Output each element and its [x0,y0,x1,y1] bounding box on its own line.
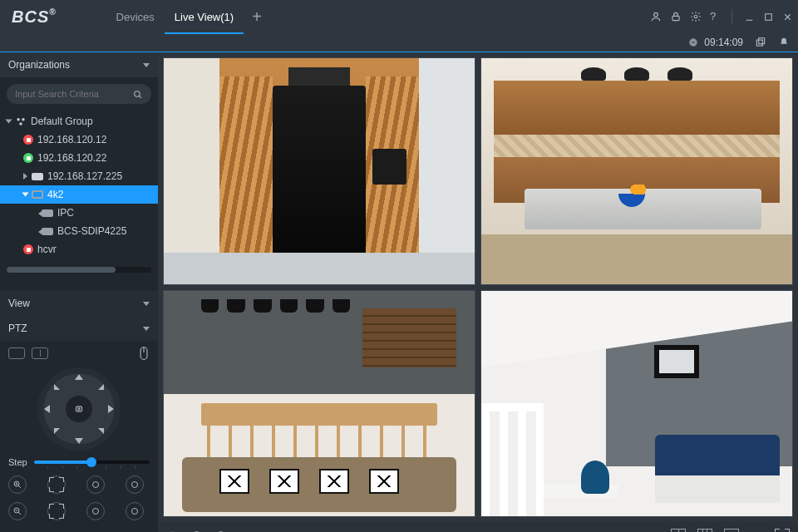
aux-b-button[interactable] [126,502,144,520]
tab-add-button[interactable]: + [244,7,270,27]
svg-rect-9 [756,40,762,46]
lock-icon[interactable] [670,11,682,22]
svg-line-21 [18,485,21,488]
tree-node-device[interactable]: 192.168.120.12 [0,131,158,149]
section-organizations-label: Organizations [8,59,70,71]
section-ptz[interactable]: PTZ [0,316,158,341]
fullscreen-button[interactable] [775,529,790,532]
tree-node-channel[interactable]: BCS-SDIP4225 [0,222,158,240]
search-box[interactable] [7,84,151,104]
video-pane-1[interactable] [163,57,475,285]
mouse-icon[interactable] [138,346,150,361]
app-logo: BCS® [12,7,57,27]
main-tabs: Devices Live View(1) + [106,0,270,33]
layout-4-button[interactable] [671,529,686,532]
tree-node-device[interactable]: hcvr [0,240,158,259]
section-ptz-label: PTZ [8,323,27,334]
section-view[interactable]: View [0,291,158,316]
sub-title-bar: 09:14:09 [0,33,798,52]
svg-point-19 [78,408,80,410]
expand-icon[interactable] [22,193,29,197]
tree-node-channel[interactable]: IPC [0,204,158,222]
user-icon[interactable] [650,11,662,22]
svg-point-15 [19,122,22,126]
maximize-button[interactable] [763,12,774,22]
expand-icon[interactable] [6,120,12,124]
video-grid [158,52,798,522]
status-online-icon [23,153,33,163]
title-bar: BCS® Devices Live View(1) + ? [0,0,798,33]
ptz-down[interactable] [75,438,83,444]
bottom-toolbar: 1/5 Original 16 [158,522,798,532]
tree-node-label: BCS-SDIP4225 [57,225,126,237]
iris-open-button[interactable] [86,475,105,494]
help-icon[interactable]: ? [710,11,722,22]
section-view-label: View [8,298,30,309]
svg-rect-10 [759,38,765,44]
chevron-down-icon [143,302,150,306]
chevron-down-icon [143,327,150,331]
ptz-down-left[interactable] [54,428,60,434]
search-input[interactable] [15,89,132,99]
zoom-in-button[interactable] [8,475,27,494]
svg-point-2 [694,15,697,18]
ptz-panel: Step [0,341,158,529]
ptz-up-right[interactable] [98,384,104,390]
tree-node-dvr-selected[interactable]: 4k2 [0,185,158,204]
device-tree: Default Group 192.168.120.12 192.168.120… [0,111,158,265]
tree-node-label: 192.168.120.22 [37,152,106,164]
ptz-mode-single[interactable] [8,347,25,359]
section-organizations[interactable]: Organizations [0,52,158,77]
svg-point-0 [654,12,658,17]
tree-node-device[interactable]: 192.168.120.22 [0,149,158,167]
gear-icon[interactable] [690,11,702,22]
close-button[interactable] [782,12,793,22]
tab-live-view[interactable]: Live View(1) [165,0,244,33]
nvr-icon [32,173,43,180]
svg-line-27 [18,512,21,515]
svg-point-25 [132,482,138,488]
clock: 09:14:09 [704,37,743,48]
tree-node-nvr[interactable]: 192.168.127.225 [0,167,158,185]
svg-rect-4 [766,13,772,20]
ptz-left[interactable] [44,405,50,413]
multi-window-icon[interactable] [755,37,766,48]
focus-near-button[interactable] [47,475,66,494]
svg-point-13 [17,118,20,121]
video-pane-3[interactable] [163,290,475,518]
sidebar: Organizations Default Group 192.168.120.… [0,52,158,532]
focus-far-button[interactable] [47,502,66,520]
svg-rect-8 [692,42,696,42]
ptz-up[interactable] [75,374,83,380]
bell-icon[interactable] [778,37,790,48]
video-pane-2[interactable] [480,57,793,285]
video-pane-4[interactable] [480,290,793,518]
layout-16-button[interactable]: 16 [724,529,739,532]
tree-node-label: 4k2 [47,189,63,200]
tree-root[interactable]: Default Group [0,112,158,131]
aux-a-button[interactable] [126,475,144,494]
minimize-button[interactable] [744,12,755,22]
group-icon [15,116,27,127]
ptz-down-right[interactable] [98,428,104,434]
more-functions[interactable]: More Functions [0,529,158,532]
tab-devices[interactable]: Devices [106,0,165,33]
ptz-up-left[interactable] [54,384,60,390]
svg-rect-1 [672,16,679,20]
ptz-center[interactable] [66,396,92,422]
tree-scrollbar[interactable] [7,267,151,273]
ptz-right[interactable] [108,405,114,413]
chevron-down-icon [143,63,150,67]
step-slider[interactable] [34,461,150,464]
step-label: Step [8,457,27,467]
expand-icon[interactable] [23,173,27,180]
tree-node-label: 192.168.127.225 [47,170,122,182]
tree-node-label: 192.168.120.12 [37,134,106,145]
iris-close-button[interactable] [86,502,105,520]
record-indicator-icon [687,37,699,48]
content-area: 1/5 Original 16 [158,52,798,532]
layout-9-button[interactable] [697,529,712,532]
zoom-out-button[interactable] [8,502,27,520]
search-icon[interactable] [132,89,143,100]
ptz-mode-split[interactable] [32,347,48,359]
